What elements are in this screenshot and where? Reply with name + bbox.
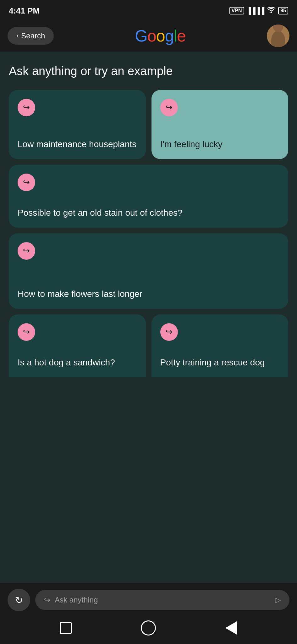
card-stain-text: Possible to get an old stain out of clot… (18, 204, 279, 219)
full-cards-section: ↪ Possible to get an old stain out of cl… (9, 165, 288, 309)
refresh-button[interactable]: ↻ (8, 589, 30, 611)
card-hotdog[interactable]: ↪ Is a hot dog a sandwich? (9, 314, 146, 377)
vpn-indicator: VPN (229, 7, 244, 14)
status-icons: VPN ▐▐▐▐ 95 (229, 7, 288, 15)
card-arrow-icon: ↪ (18, 174, 35, 191)
ask-input[interactable]: ↪ Ask anything ▷ (35, 590, 289, 610)
refresh-icon: ↻ (15, 595, 23, 606)
card-potty[interactable]: ↪ Potty training a rescue dog (151, 314, 289, 377)
card-houseplants-text: Low maintenance houseplants (18, 129, 137, 150)
top-cards-grid: ↪ Low maintenance houseplants ↪ I'm feel… (9, 90, 288, 159)
ask-placeholder: Ask anything (55, 596, 271, 604)
card-arrow-icon: ↪ (160, 323, 178, 341)
card-flowers-text: How to make flowers last longer (18, 272, 279, 300)
header: ‹ Search Google (0, 20, 297, 52)
battery-indicator: 95 (278, 7, 288, 14)
nav-recent-apps-button[interactable] (60, 622, 72, 634)
status-bar: 4:41 PM VPN ▐▐▐▐ 95 (0, 0, 297, 20)
nav-home-button[interactable] (141, 620, 156, 636)
card-arrow-icon: ↪ (18, 99, 35, 116)
signal-icon: ▐▐▐▐ (247, 7, 265, 14)
back-button[interactable]: ‹ Search (8, 27, 54, 45)
wifi-icon (267, 7, 276, 15)
nav-bar (0, 616, 297, 644)
card-stain[interactable]: ↪ Possible to get an old stain out of cl… (9, 165, 288, 228)
avatar-head (273, 25, 283, 32)
avatar[interactable] (267, 25, 289, 47)
page-title: Ask anything or try an example (9, 64, 288, 79)
svg-point-0 (271, 11, 272, 13)
bottom-cards-grid: ↪ Is a hot dog a sandwich? ↪ Potty train… (9, 314, 288, 377)
card-feeling-lucky[interactable]: ↪ I'm feeling lucky (151, 90, 289, 159)
card-feeling-lucky-text: I'm feeling lucky (160, 129, 280, 150)
main-content: Ask anything or try an example ↪ Low mai… (0, 52, 297, 583)
card-arrow-icon: ↪ (18, 323, 35, 341)
google-logo: Google (135, 26, 186, 45)
back-chevron-icon: ‹ (16, 32, 19, 40)
ask-arrow-icon: ↪ (44, 596, 50, 604)
card-flowers[interactable]: ↪ How to make flowers last longer (9, 233, 288, 309)
card-potty-text: Potty training a rescue dog (160, 352, 280, 369)
back-label: Search (21, 31, 45, 40)
bottom-bar: ↻ ↪ Ask anything ▷ (0, 583, 297, 616)
card-houseplants[interactable]: ↪ Low maintenance houseplants (9, 90, 146, 159)
card-arrow-icon: ↪ (160, 99, 178, 116)
avatar-body (271, 31, 285, 47)
send-icon: ▷ (275, 596, 281, 604)
nav-back-button[interactable] (225, 621, 237, 635)
status-time: 4:41 PM (9, 6, 40, 16)
card-arrow-icon: ↪ (18, 242, 35, 260)
card-hotdog-text: Is a hot dog a sandwich? (18, 352, 137, 369)
